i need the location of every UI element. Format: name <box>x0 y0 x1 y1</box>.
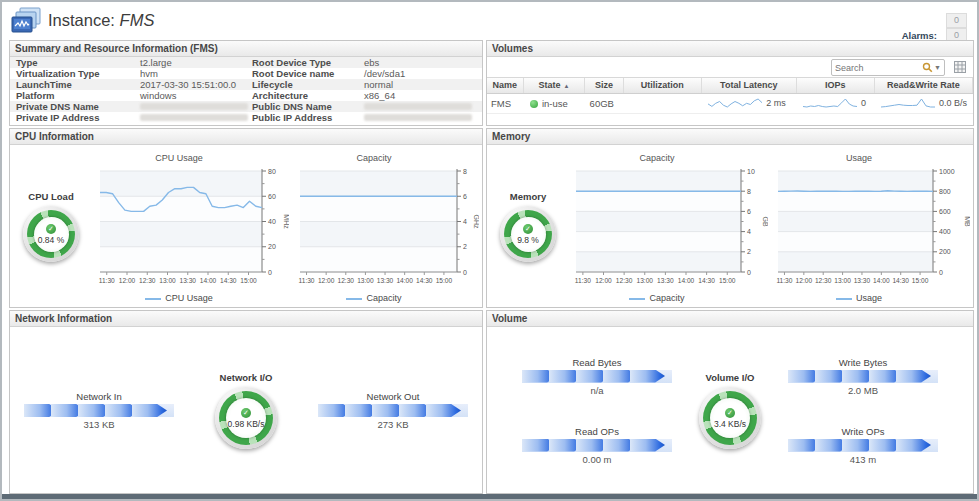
volume-panel-title: Volume <box>487 311 973 327</box>
summary-value: windows <box>140 90 246 101</box>
legend-line-icon <box>629 298 645 300</box>
volumes-search-box[interactable]: ▼ <box>831 59 945 76</box>
summary-row: LaunchTime2017-03-30 15:51:00.0Lifecycle… <box>10 79 482 90</box>
cpu-usage-chart[interactable]: CPU Usage 020406080MHz11:3012:0012:3013:… <box>96 153 289 308</box>
network-out-value: 273 KB <box>377 419 408 430</box>
write-ops-label: Write OPs <box>841 426 884 437</box>
svg-text:13:00: 13:00 <box>636 277 653 284</box>
search-options-caret-icon[interactable]: ▼ <box>934 64 941 71</box>
svg-text:GB: GB <box>762 216 768 226</box>
svg-text:11:30: 11:30 <box>776 277 792 284</box>
svg-text:13:00: 13:00 <box>159 277 176 284</box>
network-information-panel: Network Information Network In 313 KB Ne… <box>9 310 483 494</box>
summary-value: 2017-03-30 15:51:00.0 <box>140 79 246 90</box>
column-header-state[interactable]: State▲ <box>524 78 586 93</box>
search-icon[interactable] <box>922 62 933 73</box>
column-header-size[interactable]: Size <box>585 78 623 93</box>
svg-text:12:00: 12:00 <box>796 277 813 284</box>
table-row[interactable]: FMSin-use60GB2 ms00.0 B/s <box>487 94 973 114</box>
svg-text:14:30: 14:30 <box>892 277 909 284</box>
cpu-usage-plot: 020406080MHz11:3012:0012:3013:0013:3014:… <box>96 166 289 292</box>
cpu-capacity-plot: 02468GHz11:3012:0012:3013:0013:3014:0014… <box>296 166 479 292</box>
volume-size-cell: 60GB <box>586 94 625 113</box>
volume-iops-cell: 0 <box>797 94 875 113</box>
memory-usage-chart[interactable]: Usage 02004006008001000MB11:3012:0012:30… <box>774 153 970 308</box>
column-header-iops[interactable]: IOPs <box>797 78 875 93</box>
alarm-count-box[interactable]: 0 <box>946 13 967 28</box>
write-ops-flow: Write OPs 413 m <box>788 426 938 465</box>
network-io-gauge-label: Network I/O <box>220 372 273 383</box>
chart-title: CPU Usage <box>96 153 289 166</box>
volume-io-gauge[interactable]: ✓ 3.4 KB/s <box>699 387 761 449</box>
svg-text:12:30: 12:30 <box>815 277 832 284</box>
cpu-capacity-chart[interactable]: Capacity 02468GHz11:3012:0012:3013:0013:… <box>296 153 479 308</box>
network-in-bar <box>24 404 174 417</box>
memory-usage-plot: 02004006008001000MB11:3012:0012:3013:001… <box>774 166 970 292</box>
summary-label: Type <box>10 57 140 68</box>
svg-text:12:00: 12:00 <box>118 277 135 284</box>
svg-text:11:30: 11:30 <box>575 277 591 284</box>
page-title: Instance: FMS <box>48 11 154 30</box>
column-header-total-latency[interactable]: Total Latency <box>702 78 797 93</box>
memory-capacity-chart[interactable]: Capacity 0246810GB11:3012:0012:3013:0013… <box>572 153 768 308</box>
summary-label: LaunchTime <box>10 79 140 90</box>
svg-text:13:30: 13:30 <box>376 277 393 284</box>
cpu-information-panel: CPU Information CPU Load ✓ 0.84 % CPU Us… <box>9 128 483 308</box>
chart-legend: Capacity <box>296 293 479 303</box>
summary-label: Root Device Type <box>246 57 364 68</box>
sparkline-value: 2 ms <box>766 94 786 113</box>
status-ok-icon: ✓ <box>241 408 251 418</box>
legend-label: Capacity <box>366 293 401 303</box>
flow-arrow-segment <box>896 370 931 383</box>
summary-label: Lifecycle <box>246 79 364 90</box>
volumes-table: NameState▲SizeUtilizationTotal LatencyIO… <box>487 77 973 114</box>
volumes-table-header: NameState▲SizeUtilizationTotal LatencyIO… <box>487 77 973 94</box>
flow-arrow-segment <box>426 404 461 417</box>
summary-table: Typet2.largeRoot Device TypeebsVirtualiz… <box>10 57 482 123</box>
page-title-prefix: Instance: <box>48 11 115 29</box>
column-header-name[interactable]: Name <box>487 78 524 93</box>
summary-value <box>140 101 246 112</box>
network-io-gauge[interactable]: ✓ 0.98 KB/s <box>215 387 277 449</box>
sparkline-value: 0.0 B/s <box>939 94 967 113</box>
svg-text:13:30: 13:30 <box>854 277 871 284</box>
svg-text:200: 200 <box>939 248 951 255</box>
svg-text:14:00: 14:00 <box>199 277 216 284</box>
chart-title: Capacity <box>296 153 479 166</box>
volume-name-cell: FMS <box>487 94 524 113</box>
read-bytes-value: n/a <box>590 385 603 396</box>
legend-label: Capacity <box>649 293 684 303</box>
svg-text:600: 600 <box>939 208 951 215</box>
svg-text:0: 0 <box>939 269 943 276</box>
summary-value <box>364 101 482 112</box>
read-ops-value: 0.00 m <box>582 454 611 465</box>
svg-text:14:00: 14:00 <box>678 277 695 284</box>
table-customizer-icon[interactable] <box>954 61 966 73</box>
read-bytes-bar <box>522 370 672 383</box>
svg-text:14:00: 14:00 <box>873 277 890 284</box>
svg-text:400: 400 <box>939 228 951 235</box>
memory-gauge[interactable]: ✓ 9.8 % <box>500 206 556 262</box>
read-bytes-flow: Read Bytes n/a <box>522 357 672 396</box>
svg-text:20: 20 <box>268 243 276 250</box>
svg-text:MHz: MHz <box>283 214 289 229</box>
summary-row: Private DNS NamePublic DNS Name <box>10 101 482 112</box>
column-header-read-write-rate[interactable]: Read&Write Rate <box>875 78 973 93</box>
write-ops-bar <box>788 439 938 452</box>
svg-text:MB: MB <box>964 216 970 227</box>
summary-row: Typet2.largeRoot Device Typeebs <box>10 57 482 68</box>
sort-ascending-icon: ▲ <box>564 83 570 89</box>
flow-arrow-segment <box>630 370 665 383</box>
memory-capacity-plot: 0246810GB11:3012:0012:3013:0013:3014:001… <box>572 166 768 292</box>
volume-io-gauge-label: Volume I/O <box>706 372 755 383</box>
search-input[interactable] <box>832 63 922 73</box>
read-ops-bar <box>522 439 672 452</box>
volume-panel: Volume Read Bytes n/a Read OPs 0.00 m Vo… <box>486 310 974 494</box>
cpu-load-gauge[interactable]: ✓ 0.84 % <box>23 206 79 262</box>
summary-row: Private IP AddressPublic IP Address <box>10 112 482 123</box>
write-ops-value: 413 m <box>850 454 876 465</box>
network-out-label: Network Out <box>367 391 420 402</box>
svg-text:8: 8 <box>747 188 751 195</box>
column-header-utilization[interactable]: Utilization <box>624 78 702 93</box>
summary-value: normal <box>364 79 482 90</box>
